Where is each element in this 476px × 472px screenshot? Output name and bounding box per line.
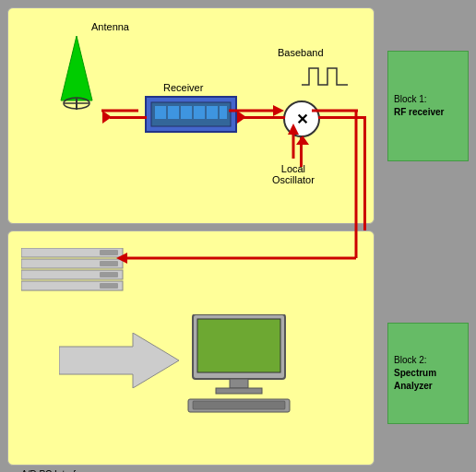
svg-rect-22	[197, 319, 280, 372]
svg-rect-16	[100, 261, 118, 266]
signal-line-3	[318, 116, 366, 119]
svg-rect-5	[155, 106, 166, 119]
svg-rect-18	[100, 283, 118, 289]
svg-rect-8	[194, 106, 205, 119]
lo-arrow	[296, 136, 309, 145]
signal-arrow-2	[237, 111, 246, 124]
svg-rect-6	[168, 106, 179, 119]
lo-label: Local Oscillator	[272, 163, 315, 185]
antenna-icon	[56, 27, 112, 110]
receiver-box	[145, 96, 237, 133]
block-1-label: Block 1: RF receiver	[394, 93, 444, 119]
receiver-label: Receiver	[163, 82, 203, 93]
mixer-circle: ✕	[283, 100, 320, 137]
svg-rect-17	[100, 272, 118, 277]
baseband-wave-icon	[302, 59, 352, 91]
svg-rect-15	[100, 250, 118, 255]
bottom-block: A/D PC Interface 12 Bit - - - -	[7, 230, 375, 466]
ad-box-icon	[21, 248, 127, 294]
svg-rect-9	[207, 106, 218, 119]
svg-marker-0	[61, 36, 92, 100]
block-1-panel: Block 1: RF receiver	[387, 51, 469, 161]
top-block: Antenna Receiver	[7, 7, 375, 224]
main-container: Antenna Receiver	[0, 0, 476, 472]
svg-rect-10	[220, 106, 227, 119]
svg-rect-23	[230, 379, 248, 388]
baseband-label: Baseband	[278, 47, 324, 58]
signal-arrow-1	[102, 111, 112, 124]
pc-monitor-icon	[184, 314, 303, 416]
svg-rect-7	[181, 106, 192, 119]
svg-marker-20	[59, 333, 179, 388]
svg-rect-24	[216, 388, 262, 394]
block-2-panel: Block 2: Spectrum Analyzer	[387, 323, 469, 424]
signal-line-1	[110, 116, 147, 119]
big-arrow-icon	[59, 333, 179, 388]
svg-rect-26	[193, 401, 285, 409]
block-2-label: Block 2: Spectrum Analyzer	[394, 354, 436, 393]
